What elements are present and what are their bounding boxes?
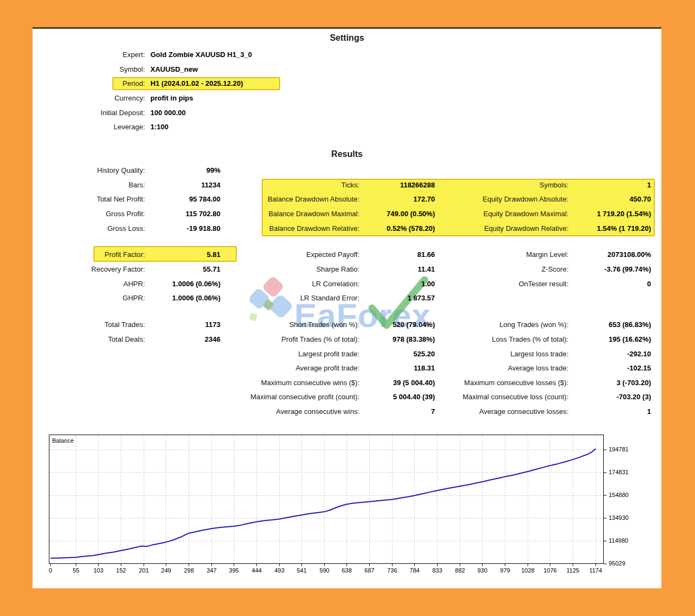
stat-value: 450.70 [571,192,651,206]
stat-label: Equity Drawdown Maximal: [438,206,568,221]
stat-row-long-trades: Long Trades (won %):653 (86.83%) [33,317,661,332]
setting-value: Gold Zombie XAUUSD H1_3_0 [150,47,530,62]
setting-value: H1 (2024.01.02 - 2025.12.20) [150,76,530,91]
y-tick-label: 114980 [609,537,628,544]
stat-row-history-quality: History Quality:99% [33,163,661,178]
stat-row-z-score: Z-Score:-3.76 (99.74%) [33,262,661,276]
stat-value: -292.10 [571,347,651,361]
setting-value: 100 000.00 [150,105,530,120]
stat-value: -703.20 (3) [571,389,651,404]
stat-row-largest-loss-trade: Largest loss trade:-292.10 [33,347,661,361]
stat-label: Largest loss trade: [438,347,568,361]
results-title: Results [33,149,661,159]
balance-chart [49,435,608,568]
x-tick-label: 298 [184,567,194,574]
setting-row-currency: Currency:profit in pips [33,91,661,105]
stat-label: Equity Drawdown Absolute: [438,192,568,206]
stat-value: 1 [571,404,651,419]
x-tick-label: 784 [409,567,419,574]
stat-row-equity-dd-relative: Equity Drawdown Relative:1.54% (1 719.20… [33,221,661,236]
chart-series-label: Balance [52,437,74,444]
stat-value: 1 719.20 (1.54%) [571,206,651,221]
x-tick-label: 736 [387,567,397,574]
setting-label: Initial Deposit: [33,105,145,120]
y-tick-label: 134930 [609,514,629,521]
stat-label: Z-Score: [438,262,568,276]
stat-label: Symbols: [438,178,568,192]
setting-label: Leverage: [33,120,145,134]
stat-row-equity-dd-maximal: Equity Drawdown Maximal:1 719.20 (1.54%) [33,206,661,221]
stat-label: Long Trades (won %): [438,317,568,332]
y-tick-label: 174831 [609,469,629,475]
stat-label: LR Standard Error: [229,291,359,305]
setting-value: profit in pips [150,91,530,105]
x-tick-label: 55 [73,567,79,574]
setting-label: Period: [33,76,145,91]
setting-row-symbol: Symbol:XAUUSD_new [33,62,661,77]
stat-value: 99% [155,163,220,178]
stat-row-lr-standard-error: LR Standard Error:1 873.57 [33,291,661,305]
stat-label: History Quality: [36,163,145,178]
x-tick-label: 1076 [544,567,557,574]
x-tick-label: 541 [296,567,306,574]
setting-label: Expert: [33,47,145,62]
setting-label: Symbol: [33,62,145,77]
x-tick-label: 249 [161,567,171,574]
settings-title: Settings [33,33,661,43]
stat-row-average-loss-trade: Average loss trade:-102.15 [33,361,661,375]
stat-row-equity-dd-absolute: Equity Drawdown Absolute:450.70 [33,192,661,206]
x-tick-label: 444 [252,567,262,574]
stat-label: Margin Level: [438,247,568,262]
stat-row-maximal-consecutive-loss: Maximal consecutive loss (count):-703.20… [33,389,661,404]
x-tick-label: 347 [207,567,217,574]
stat-value: 3 (-703.20) [571,375,651,390]
stat-label: Average loss trade: [438,361,568,375]
stat-label: OnTester result: [438,276,568,291]
x-tick-label: 930 [477,567,487,574]
x-tick-label: 0 [49,567,52,574]
setting-row-expert: Expert:Gold Zombie XAUUSD H1_3_0 [33,47,661,62]
x-tick-label: 687 [364,567,374,574]
stat-label: Equity Drawdown Relative: [438,221,568,236]
stat-row-ontester-result: OnTester result:0 [33,276,661,291]
report-panel: EaForex Settings Expert:Gold Zombie XAUU… [33,27,661,588]
x-tick-label: 979 [500,567,510,574]
setting-value: XAUUSD_new [150,62,530,77]
stat-row-margin-level: Margin Level:2073108.00% [33,247,661,262]
y-tick-label: 194781 [609,446,629,452]
stat-value: 1 873.57 [362,291,435,305]
setting-row-period: Period:H1 (2024.01.02 - 2025.12.20) [33,76,661,91]
stat-value: 653 (86.83%) [571,317,651,332]
setting-row-initial-deposit: Initial Deposit:100 000.00 [33,105,661,120]
x-tick-label: 1125 [566,567,579,574]
stat-value: 2073108.00% [571,247,651,262]
x-tick-label: 152 [116,567,126,574]
x-tick-label: 493 [274,567,284,574]
stat-value: -3.76 (99.74%) [571,262,651,276]
setting-label: Currency: [33,91,145,105]
stat-row-average-consecutive-losses: Average consecutive losses:1 [33,404,661,419]
x-tick-label: 590 [319,567,329,574]
stat-value: 1.54% (1 719.20) [571,221,651,236]
setting-value: 1:100 [150,120,530,134]
x-tick-label: 882 [455,567,465,574]
report-page: { "frame": { "bg_color": "#F89C3E", "hig… [0,0,695,616]
stat-value: -102.15 [571,361,651,375]
stat-value: 1 [571,178,651,192]
y-tick-label: 95029 [609,560,626,567]
stat-row-symbols: Symbols:1 [33,178,661,192]
y-tick-label: 154880 [609,492,629,498]
stat-label: Average consecutive losses: [438,404,568,419]
stat-label: Maximum consecutive losses ($): [438,375,568,390]
setting-row-leverage: Leverage:1:100 [33,120,661,134]
x-tick-label: 201 [139,567,149,574]
stat-label: Maximal consecutive loss (count): [438,389,568,404]
x-tick-label: 1174 [589,567,602,574]
stat-row-loss-trades: Loss Trades (% of total):195 (16.62%) [33,332,661,347]
x-tick-label: 638 [342,567,351,574]
stat-label: Loss Trades (% of total): [438,332,568,347]
x-tick-label: 833 [432,567,442,574]
x-tick-label: 395 [229,567,239,574]
x-tick-label: 103 [93,567,103,574]
stat-row-max-consecutive-losses: Maximum consecutive losses ($):3 (-703.2… [33,375,661,390]
